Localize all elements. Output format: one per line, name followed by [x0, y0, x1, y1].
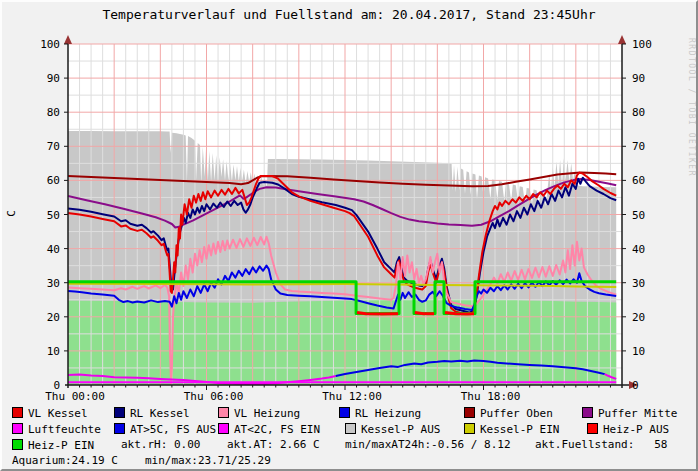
legend-swatch-icon — [339, 407, 350, 418]
legend-label: Puffer Oben — [480, 407, 553, 420]
legend-label: akt.Fuellstand: 58 — [535, 438, 667, 451]
legend-label: min/maxAT24h:-0.56 / 8.12 — [345, 438, 511, 451]
legend-item: Puffer Oben — [464, 406, 553, 419]
legend-swatch-icon — [218, 423, 229, 434]
y-axis-label-right: 80 — [632, 106, 645, 119]
y-axis-label-left: 30 — [47, 277, 60, 290]
legend-swatch-icon — [12, 407, 23, 418]
y-axis-label-right: 70 — [632, 140, 645, 153]
legend-label: akt.AT: 2.66 C — [227, 438, 320, 451]
y-axis-label-right: 10 — [632, 345, 645, 358]
legend-label: RL Heizung — [355, 407, 421, 420]
rrdtool-graph: Temperaturverlauf und Fuellstand am: 20.… — [0, 0, 698, 471]
legend-label: AT>5C, FS AUS — [130, 423, 216, 436]
legend-swatch-icon — [114, 407, 125, 418]
legend-item: Puffer Mitte — [582, 406, 677, 419]
legend-swatch-icon — [464, 423, 475, 434]
chart-canvas: 0010102020303040405050606070708080909010… — [2, 2, 698, 404]
legend-swatch-icon — [12, 423, 23, 434]
legend-label: VL Heizung — [234, 407, 300, 420]
legend-swatch-icon — [114, 423, 125, 434]
y-axis-label-left: 100 — [40, 38, 60, 51]
legend-item: AT>5C, FS AUS — [114, 422, 216, 435]
legend-label: Kessel-P EIN — [480, 423, 559, 436]
y-axis-label-right: 60 — [632, 174, 645, 187]
legend-stat: min/max:23.71/25.29 — [145, 454, 271, 467]
legend-stat: akt.AT: 2.66 C — [227, 438, 320, 451]
y-axis-label-left: 70 — [47, 140, 60, 153]
legend-item: VL Kessel — [12, 406, 88, 419]
legend-item: RL Heizung — [339, 406, 421, 419]
legend-label: RL Kessel — [130, 407, 190, 420]
legend-label: min/max:23.71/25.29 — [145, 454, 271, 467]
area-aquarium — [68, 299, 616, 385]
x-axis-label: Thu 06:00 — [184, 390, 244, 403]
x-axis-label: Thu 00:00 — [45, 390, 105, 403]
y-axis-label-left: 90 — [47, 72, 60, 85]
legend-stat: Aquarium:24.19 C — [12, 454, 118, 467]
legend-swatch-icon — [345, 423, 356, 434]
y-axis-label-right: 50 — [632, 209, 645, 222]
y-axis-right-arrow-icon — [618, 35, 626, 44]
y-axis-label-right: 0 — [632, 379, 639, 392]
y-axis-label-left: 60 — [47, 174, 60, 187]
y-axis-label-right: 100 — [632, 38, 652, 51]
legend-swatch-icon — [587, 423, 598, 434]
y-axis-label-left: 80 — [47, 106, 60, 119]
legend-label: Heiz-P AUS — [603, 423, 669, 436]
legend-item: Luftfeuchte — [12, 422, 101, 435]
legend-swatch-icon — [582, 407, 593, 418]
legend-label: akt.rH: 0.00 — [121, 438, 200, 451]
legend-swatch-icon — [12, 439, 23, 450]
y-axis-label-right: 40 — [632, 243, 645, 256]
y-axis-left-arrow-icon — [64, 35, 72, 44]
legend-label: Luftfeuchte — [28, 423, 101, 436]
legend-label: Kessel-P AUS — [361, 423, 440, 436]
legend-stat: akt.rH: 0.00 — [121, 438, 200, 451]
legend-stat: min/maxAT24h:-0.56 / 8.12 — [345, 438, 511, 451]
y-axis-label-left: 50 — [47, 209, 60, 222]
legend-item: Kessel-P AUS — [345, 422, 440, 435]
legend-item: Heiz-P AUS — [587, 422, 669, 435]
y-axis-label-right: 20 — [632, 311, 645, 324]
legend-label: VL Kessel — [28, 407, 88, 420]
x-axis-label: Thu 18:00 — [461, 390, 521, 403]
y-axis-label-right: 90 — [632, 72, 645, 85]
legend-item: VL Heizung — [218, 406, 300, 419]
series-heiz-p-aus — [357, 312, 474, 314]
y-axis-label-left: 40 — [47, 243, 60, 256]
legend-label: Heiz-P EIN — [28, 439, 94, 452]
legend-label: AT<2C, FS EIN — [234, 423, 320, 436]
legend-swatch-icon — [218, 407, 229, 418]
legend-label: Puffer Mitte — [598, 407, 677, 420]
legend-label: Aquarium:24.19 C — [12, 454, 118, 467]
y-axis-label-right: 30 — [632, 277, 645, 290]
legend-stat: akt.Fuellstand: 58 — [535, 438, 667, 451]
y-axis-label-left: 20 — [47, 311, 60, 324]
legend-item: AT<2C, FS EIN — [218, 422, 320, 435]
legend-item: RL Kessel — [114, 406, 190, 419]
x-axis-label: Thu 12:00 — [322, 390, 382, 403]
legend-item: Kessel-P EIN — [464, 422, 559, 435]
legend-item: Heiz-P EIN — [12, 438, 94, 451]
y-axis-label-left: 10 — [47, 345, 60, 358]
legend-swatch-icon — [464, 407, 475, 418]
rrdtool-watermark: RRDTOOL / TOBI OETIKER — [687, 38, 696, 177]
